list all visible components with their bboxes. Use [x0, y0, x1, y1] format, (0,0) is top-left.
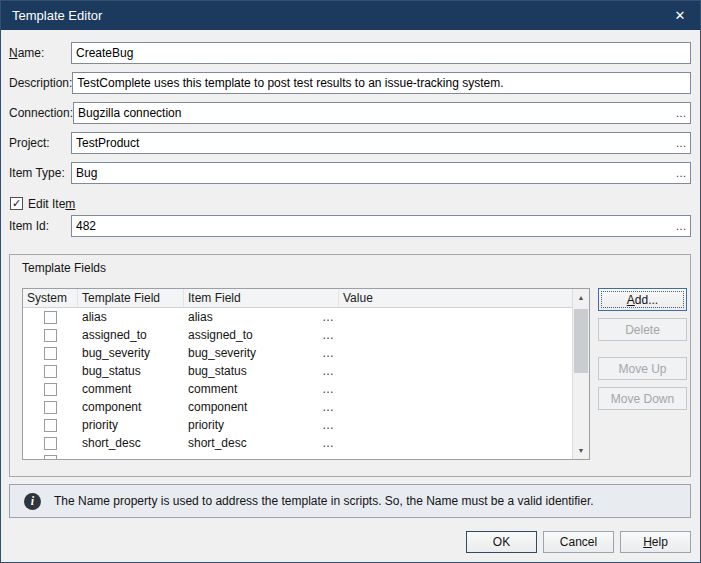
- row-checkbox[interactable]: [44, 365, 57, 378]
- project-browse-button[interactable]: …: [672, 133, 690, 153]
- system-cell: [23, 419, 78, 432]
- row-checkbox[interactable]: [44, 401, 57, 414]
- item-field-cell: short_desc…: [184, 436, 339, 450]
- item-field-browse-button[interactable]: …: [322, 418, 335, 432]
- template-fields-group: Template Fields System Template Field It…: [9, 254, 691, 477]
- item-id-input[interactable]: [72, 216, 672, 236]
- checkmark-icon: ✓: [12, 198, 21, 209]
- move-down-button[interactable]: Move Down: [598, 387, 687, 410]
- table-row[interactable]: assigned_to assigned_to…: [23, 326, 572, 344]
- row-checkbox[interactable]: [44, 329, 57, 342]
- system-cell: [23, 311, 78, 324]
- name-label: Name:: [9, 46, 71, 60]
- system-cell: [23, 455, 78, 460]
- system-cell: [23, 347, 78, 360]
- item-field-cell: comment…: [184, 382, 339, 396]
- dialog-body: Name: Description: Connection: … Project…: [1, 30, 700, 562]
- item-field-cell: bug_severity…: [184, 346, 339, 360]
- system-cell: [23, 401, 78, 414]
- item-type-field: …: [71, 162, 691, 184]
- connection-input[interactable]: [74, 103, 672, 123]
- item-field-browse-button[interactable]: …: [322, 364, 335, 378]
- template-fields-buttons: Add... Delete Move Up Move Down: [598, 288, 687, 417]
- item-type-row: Item Type: …: [9, 162, 691, 184]
- project-label: Project:: [9, 136, 71, 150]
- connection-browse-button[interactable]: …: [672, 103, 690, 123]
- description-input[interactable]: [73, 73, 690, 93]
- help-button[interactable]: Help: [620, 531, 691, 553]
- item-field-browse-button[interactable]: …: [322, 436, 335, 450]
- footer-buttons: OK Cancel Help: [9, 531, 691, 553]
- move-up-button[interactable]: Move Up: [598, 357, 687, 380]
- table-row[interactable]: short_desc short_desc…: [23, 434, 572, 452]
- item-field-browse-button[interactable]: …: [322, 400, 335, 414]
- info-bar: i The Name property is used to address t…: [9, 484, 691, 518]
- project-row: Project: …: [9, 132, 691, 154]
- item-field-cell: priority…: [184, 418, 339, 432]
- title-bar[interactable]: Template Editor ✕: [1, 1, 700, 30]
- row-checkbox[interactable]: [44, 311, 57, 324]
- table-row[interactable]: component component…: [23, 398, 572, 416]
- name-field: [71, 42, 691, 64]
- row-checkbox[interactable]: [44, 437, 57, 450]
- system-cell: [23, 437, 78, 450]
- item-id-row: Item Id: …: [9, 215, 691, 237]
- edit-item-row: ✓ Edit Item: [10, 196, 691, 211]
- item-field-browse-button[interactable]: …: [322, 310, 335, 324]
- item-field-browse-button[interactable]: …: [322, 346, 335, 360]
- scroll-up-icon[interactable]: ▲: [573, 289, 589, 306]
- item-field-browse-button[interactable]: …: [322, 454, 335, 459]
- template-field-cell: alias: [78, 310, 184, 324]
- item-type-input[interactable]: [72, 163, 672, 183]
- table-row[interactable]: bug_severity bug_severity…: [23, 344, 572, 362]
- template-field-cell: component: [78, 400, 184, 414]
- description-label: Description:: [9, 76, 72, 90]
- item-id-field: …: [71, 215, 691, 237]
- close-button[interactable]: ✕: [668, 4, 692, 28]
- row-checkbox[interactable]: [44, 347, 57, 360]
- template-fields-caption: Template Fields: [22, 261, 687, 276]
- template-field-cell: assigned_to: [78, 328, 184, 342]
- column-header-template-field: Template Field: [78, 289, 184, 307]
- table-row[interactable]: bug_status bug_status…: [23, 362, 572, 380]
- row-checkbox[interactable]: [44, 383, 57, 396]
- table-row[interactable]: alias alias…: [23, 308, 572, 326]
- item-type-browse-button[interactable]: …: [672, 163, 690, 183]
- template-field-cell: bug_status: [78, 364, 184, 378]
- connection-field: …: [73, 102, 691, 124]
- item-field-browse-button[interactable]: …: [322, 382, 335, 396]
- column-header-value: Value: [339, 289, 572, 307]
- project-input[interactable]: [72, 133, 672, 153]
- ok-button[interactable]: OK: [466, 531, 537, 553]
- template-field-cell: short_desc: [78, 436, 184, 450]
- item-field-cell: alias…: [184, 310, 339, 324]
- item-field-cell: component…: [184, 400, 339, 414]
- item-type-label: Item Type:: [9, 166, 71, 180]
- item-field-cell: bug_status…: [184, 364, 339, 378]
- item-field-browse-button[interactable]: …: [322, 328, 335, 342]
- column-header-system: System: [23, 289, 78, 307]
- info-text: The Name property is used to address the…: [54, 494, 594, 508]
- row-checkbox[interactable]: [44, 455, 57, 460]
- template-editor-dialog: Template Editor ✕ Name: Description: Con…: [0, 0, 701, 563]
- cancel-button[interactable]: Cancel: [543, 531, 614, 553]
- fields-table: System Template Field Item Field Value a…: [22, 288, 590, 460]
- table-scrollbar[interactable]: ▲ ▼: [572, 289, 589, 459]
- row-checkbox[interactable]: [44, 419, 57, 432]
- table-row[interactable]: comment comment…: [23, 380, 572, 398]
- system-cell: [23, 383, 78, 396]
- connection-row: Connection: …: [9, 102, 691, 124]
- table-row[interactable]: …: [23, 452, 572, 459]
- scrollbar-track[interactable]: [573, 306, 589, 442]
- add-button[interactable]: Add...: [598, 288, 687, 311]
- edit-item-label[interactable]: Edit Item: [28, 197, 75, 211]
- scroll-down-icon[interactable]: ▼: [573, 442, 589, 459]
- edit-item-checkbox[interactable]: ✓: [10, 197, 23, 210]
- delete-button[interactable]: Delete: [598, 318, 687, 341]
- item-id-browse-button[interactable]: …: [672, 216, 690, 236]
- scrollbar-thumb[interactable]: [574, 309, 588, 373]
- description-field: [72, 72, 691, 94]
- table-row[interactable]: priority priority…: [23, 416, 572, 434]
- name-input[interactable]: [72, 43, 690, 63]
- description-row: Description:: [9, 72, 691, 94]
